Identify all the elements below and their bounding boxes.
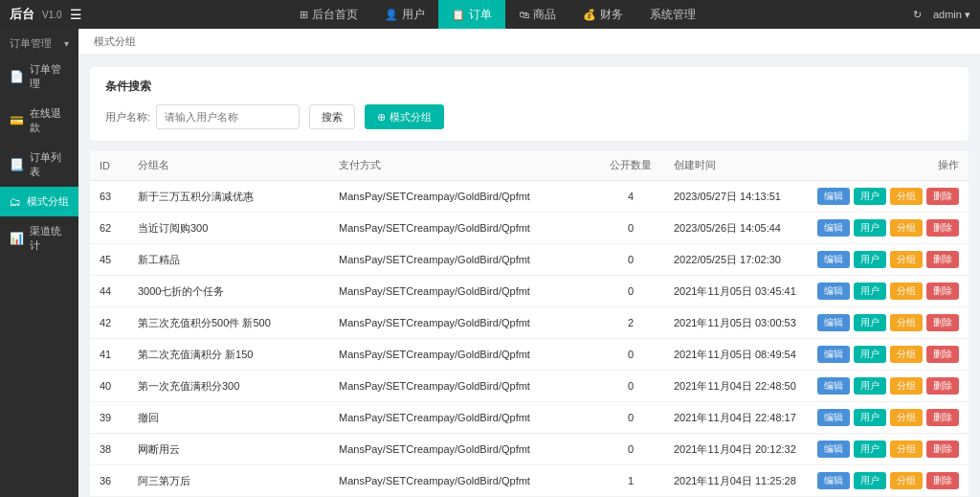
cell-method: MansPay/SETCreampay/GoldBird/Qpfmt xyxy=(329,213,597,244)
action-btn-删除[interactable]: 删除 xyxy=(926,188,959,205)
table-header: ID 分组名 支付方式 公开数量 创建时间 操作 xyxy=(90,150,969,181)
action-btn-编辑[interactable]: 编辑 xyxy=(817,314,850,331)
action-btn-删除[interactable]: 删除 xyxy=(926,409,959,426)
top-nav-left: 后台 V1.0 ☰ xyxy=(10,6,82,23)
nav-item-system[interactable]: 系统管理 xyxy=(636,0,709,32)
action-btn-用户[interactable]: 用户 xyxy=(854,441,886,458)
sidebar: 订单管理 ▾ 📄 订单管理 💳 在线退款 📃 订单列表 🗂 模式分组 📊 渠道统… xyxy=(0,29,78,497)
sidebar-item-online-refund[interactable]: 💳 在线退款 xyxy=(0,99,78,143)
action-btn-分组[interactable]: 分组 xyxy=(890,282,923,300)
user-icon: 👤 xyxy=(385,9,398,21)
cell-count: 2 xyxy=(597,307,664,339)
cell-method: MansPay/SETCreampay/GoldBird/Qpfmt xyxy=(329,434,597,465)
app-version: V1.0 xyxy=(42,10,62,20)
action-btn-分组[interactable]: 分组 xyxy=(890,346,923,363)
cell-id: 36 xyxy=(90,465,128,497)
action-btn-编辑[interactable]: 编辑 xyxy=(817,251,850,268)
menu-toggle-icon[interactable]: ☰ xyxy=(70,7,82,22)
action-btn-分组[interactable]: 分组 xyxy=(890,219,923,237)
cell-name: 撤回 xyxy=(128,402,329,434)
main-layout: 订单管理 ▾ 📄 订单管理 💳 在线退款 📃 订单列表 🗂 模式分组 📊 渠道统… xyxy=(0,29,980,497)
add-mode-group-button[interactable]: ⊕ 模式分组 xyxy=(365,104,444,129)
cell-id: 45 xyxy=(90,244,128,276)
action-btn-用户[interactable]: 用户 xyxy=(854,377,886,395)
action-btn-分组[interactable]: 分组 xyxy=(890,314,923,331)
action-btn-删除[interactable]: 删除 xyxy=(926,472,959,489)
action-btn-用户[interactable]: 用户 xyxy=(854,409,886,426)
action-btn-编辑[interactable]: 编辑 xyxy=(817,219,850,237)
action-btn-编辑[interactable]: 编辑 xyxy=(817,346,850,363)
table-row: 62 当近订阅购300 MansPay/SETCreampay/GoldBird… xyxy=(90,213,969,244)
sidebar-item-order-manage[interactable]: 📄 订单管理 xyxy=(0,55,78,99)
product-icon: 🛍 xyxy=(519,9,529,20)
cell-name: 新于三万五积分满减优惠 xyxy=(128,181,329,213)
action-btn-删除[interactable]: 删除 xyxy=(926,346,959,363)
action-btn-用户[interactable]: 用户 xyxy=(854,188,886,205)
cell-count: 0 xyxy=(597,339,664,371)
search-button[interactable]: 搜索 xyxy=(309,104,355,129)
action-btn-编辑[interactable]: 编辑 xyxy=(817,282,850,300)
cell-time: 2021年11月04日 11:25:28 xyxy=(664,465,808,497)
action-btn-删除[interactable]: 删除 xyxy=(926,251,959,268)
sidebar-item-mode-group[interactable]: 🗂 模式分组 xyxy=(0,187,78,216)
action-btn-用户[interactable]: 用户 xyxy=(854,472,886,489)
cell-method: MansPay/SETCreampay/GoldBird/Qpfmt xyxy=(329,465,597,497)
action-btn-分组[interactable]: 分组 xyxy=(890,251,923,268)
cell-id: 38 xyxy=(90,434,128,465)
cell-time: 2023/05/27日 14:13:51 xyxy=(664,181,808,213)
cell-id: 62 xyxy=(90,213,128,244)
cell-name: 网断用云 xyxy=(128,434,329,465)
col-header-method: 支付方式 xyxy=(329,150,597,181)
cell-name: 阿三第万后 xyxy=(128,465,329,497)
nav-item-dashboard[interactable]: ⊞ 后台首页 xyxy=(286,0,371,32)
cell-name: 第二次充值满积分 新150 xyxy=(128,339,329,371)
action-btn-删除[interactable]: 删除 xyxy=(926,282,959,300)
action-btn-分组[interactable]: 分组 xyxy=(890,472,923,489)
action-btn-删除[interactable]: 删除 xyxy=(926,219,959,237)
action-btn-编辑[interactable]: 编辑 xyxy=(817,472,850,489)
stats-icon: 📊 xyxy=(10,232,24,245)
action-btn-用户[interactable]: 用户 xyxy=(854,346,886,363)
cell-count: 0 xyxy=(597,276,664,307)
nav-item-product[interactable]: 🛍 商品 xyxy=(505,0,569,32)
sidebar-item-channel-stats[interactable]: 📊 渠道统计 xyxy=(0,216,78,260)
action-btn-编辑[interactable]: 编辑 xyxy=(817,409,850,426)
action-btn-用户[interactable]: 用户 xyxy=(854,251,886,268)
nav-item-order[interactable]: 📋 订单 xyxy=(438,0,505,32)
action-btn-编辑[interactable]: 编辑 xyxy=(817,188,850,205)
col-header-action: 操作 xyxy=(808,150,969,181)
order-list-icon: 📃 xyxy=(10,158,24,171)
admin-label[interactable]: admin ▾ xyxy=(933,9,970,21)
action-btn-分组[interactable]: 分组 xyxy=(890,377,923,395)
table-row: 38 网断用云 MansPay/SETCreampay/GoldBird/Qpf… xyxy=(90,434,969,465)
action-btn-分组[interactable]: 分组 xyxy=(890,188,923,205)
refresh-icon[interactable]: ↻ xyxy=(913,9,922,21)
action-btn-编辑[interactable]: 编辑 xyxy=(817,441,850,458)
cell-count: 0 xyxy=(597,371,664,402)
action-btn-删除[interactable]: 删除 xyxy=(926,377,959,395)
action-btn-用户[interactable]: 用户 xyxy=(854,314,886,331)
action-btn-删除[interactable]: 删除 xyxy=(926,441,959,458)
table-card: ID 分组名 支付方式 公开数量 创建时间 操作 63 新于三万五积分满减优惠 … xyxy=(90,150,969,497)
username-input[interactable] xyxy=(156,104,300,129)
action-buttons: 编辑用户分组删除 xyxy=(817,441,959,458)
sidebar-collapse-icon[interactable]: ▾ xyxy=(64,38,69,49)
nav-item-finance[interactable]: 💰 财务 xyxy=(569,0,636,32)
action-btn-分组[interactable]: 分组 xyxy=(890,441,923,458)
cell-action: 编辑用户分组删除 xyxy=(808,402,969,434)
main-content: 模式分组 条件搜索 用户名称: 搜索 ⊕ 模式分组 xyxy=(78,29,980,497)
search-row: 用户名称: 搜索 ⊕ 模式分组 xyxy=(105,104,953,129)
main-nav-items: ⊞ 后台首页 👤 用户 📋 订单 🛍 商品 💰 财务 系统管理 xyxy=(286,0,709,29)
action-btn-分组[interactable]: 分组 xyxy=(890,409,923,426)
cell-action: 编辑用户分组删除 xyxy=(808,307,969,339)
action-btn-用户[interactable]: 用户 xyxy=(854,282,886,300)
cell-id: 39 xyxy=(90,402,128,434)
sidebar-item-order-list[interactable]: 📃 订单列表 xyxy=(0,143,78,187)
nav-item-user[interactable]: 👤 用户 xyxy=(371,0,438,32)
col-header-id: ID xyxy=(90,150,128,181)
cell-action: 编辑用户分组删除 xyxy=(808,181,969,213)
action-btn-用户[interactable]: 用户 xyxy=(854,219,886,237)
cell-id: 63 xyxy=(90,181,128,213)
action-btn-编辑[interactable]: 编辑 xyxy=(817,377,850,395)
action-btn-删除[interactable]: 删除 xyxy=(926,314,959,331)
